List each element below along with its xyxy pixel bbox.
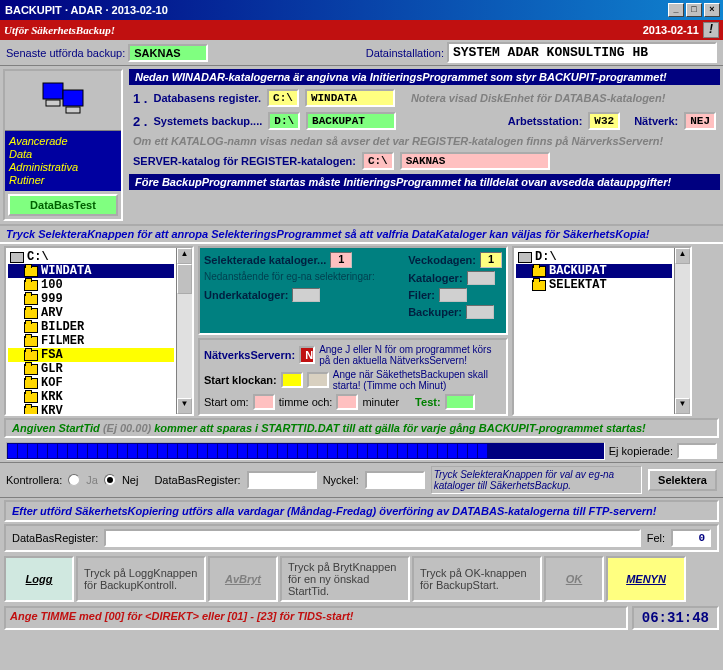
install-label: Datainstallation:: [366, 47, 444, 59]
header-bar: Utför SäkerhetsBackup! 2013-02-11 !: [0, 20, 723, 40]
backup-dir: BACKUPAT: [306, 112, 396, 130]
tree-item[interactable]: ARV: [8, 306, 174, 320]
tree-item[interactable]: 100: [8, 278, 174, 292]
title-text: BACKUPIT · ADAR · 2013-02-10: [3, 4, 668, 16]
tree-item[interactable]: KRV: [8, 404, 174, 414]
radio-ja[interactable]: [68, 474, 80, 486]
tree-item[interactable]: KOF: [8, 376, 174, 390]
selektera-button[interactable]: Selektera: [648, 469, 717, 491]
nav-item: Data: [9, 148, 117, 160]
minimize-button[interactable]: _: [668, 3, 684, 17]
tree-item[interactable]: WINDATA: [8, 264, 174, 278]
tree-item[interactable]: FILMER: [8, 334, 174, 348]
starttime-info: Angiven StartTid (Ej 00.00) kommer att s…: [4, 418, 719, 438]
nav-item: Avancerade: [9, 135, 117, 147]
countdown-min: [336, 394, 358, 410]
scroll-down[interactable]: ▼: [177, 398, 192, 414]
header-date: 2013-02-11: [643, 24, 699, 36]
info-bar-4: Tryck SelekteraKnappen för att anropa Se…: [0, 224, 723, 244]
scrollbar[interactable]: ▲ ▼: [674, 248, 690, 414]
start-hour-input[interactable]: [281, 372, 303, 388]
logg-button[interactable]: Logg: [4, 556, 74, 602]
under-count: [292, 288, 320, 302]
tree-item[interactable]: BACKUPAT: [516, 264, 672, 278]
tree-right[interactable]: D:\BACKUPATSELEKTAT ▲ ▼: [512, 246, 692, 416]
db-note: Notera visad DiskEnhet för DATABAS-katal…: [411, 92, 665, 104]
start-min-input[interactable]: [307, 372, 329, 388]
last-backup-label: Senaste utförda backup:: [6, 47, 125, 59]
dbr-display: [104, 529, 640, 547]
db-dir: WINDATA: [305, 89, 395, 107]
tree-item[interactable]: GLR: [8, 362, 174, 376]
tree-item[interactable]: KRK: [8, 390, 174, 404]
network-panel: NätverksServern: N Ange J eller N för om…: [198, 338, 508, 416]
net-server-val[interactable]: N: [299, 346, 315, 364]
workstation: W32: [588, 112, 620, 130]
ftp-info: Efter utförd SäkerhetsKopiering utförs a…: [4, 500, 719, 522]
nav-item: Rutiner: [9, 174, 117, 186]
databas-test-button[interactable]: DataBasTest: [8, 194, 118, 216]
tree-item[interactable]: 999: [8, 292, 174, 306]
not-copied-val: [677, 443, 717, 459]
close-button[interactable]: ×: [704, 3, 720, 17]
svg-rect-3: [66, 107, 80, 113]
info-bar-3: Före BackupProgrammet startas måste Init…: [129, 174, 720, 190]
maximize-button[interactable]: □: [686, 3, 702, 17]
scroll-up[interactable]: ▲: [177, 248, 192, 264]
info-bar-1: Nedan WINADAR-katalogerna är angivna via…: [129, 69, 720, 85]
header-title: Utför SäkerhetsBackup!: [4, 24, 643, 36]
svg-rect-1: [63, 90, 83, 106]
server-drive: C:\: [362, 152, 394, 170]
progress-bar: [6, 442, 605, 460]
tree-left[interactable]: C:\WINDATA100999ARVBILDERFILMERFSAGLRKOF…: [4, 246, 194, 416]
scroll-thumb[interactable]: [177, 264, 192, 294]
clock: 06:31:48: [632, 606, 719, 630]
scroll-up[interactable]: ▲: [675, 248, 690, 264]
key-input[interactable]: [365, 471, 425, 489]
countdown-hour: [253, 394, 275, 410]
backup-label: Systemets backup....: [153, 115, 262, 127]
error-count: 0: [671, 529, 711, 547]
radio-nej[interactable]: [104, 474, 116, 486]
install-value: SYSTEM ADAR KONSULTING HB: [447, 42, 717, 63]
test-val: [445, 394, 475, 410]
backup-drive: D:\: [268, 112, 300, 130]
tree-item[interactable]: SELEKTAT: [516, 278, 672, 292]
nav-item: Administrativa: [9, 161, 117, 173]
svg-rect-0: [43, 83, 63, 99]
db-register-label: Databasens register.: [153, 92, 261, 104]
dbr-input[interactable]: [247, 471, 317, 489]
ok-button[interactable]: OK: [544, 556, 604, 602]
computer-icon: [38, 78, 88, 123]
selection-panel: Selekterade kataloger...1 Nedanstående f…: [198, 246, 508, 335]
info-text-2: Om ett KATALOG-namn visas nedan så avser…: [133, 135, 663, 147]
server-val: SAKNAS: [400, 152, 550, 170]
tree-item[interactable]: BILDER: [8, 320, 174, 334]
nav-menu: Avancerade Data Administrativa Rutiner: [5, 131, 121, 191]
network-val: NEJ: [684, 112, 716, 130]
left-panel: Avancerade Data Administrativa Rutiner D…: [3, 69, 123, 221]
server-label: SERVER-katalog för REGISTER-katalogen:: [133, 155, 356, 167]
avbryt-button[interactable]: AvBryt: [208, 556, 278, 602]
svg-rect-2: [46, 100, 60, 106]
last-backup-value: SAKNAS: [128, 44, 208, 62]
scrollbar[interactable]: ▲ ▼: [176, 248, 192, 414]
menyn-button[interactable]: MENYN: [606, 556, 686, 602]
tree-item[interactable]: FSA: [8, 348, 174, 362]
sel-count: 1: [330, 252, 352, 268]
titlebar: BACKUPIT · ADAR · 2013-02-10 _ □ ×: [0, 0, 723, 20]
header-alert-button[interactable]: !: [703, 22, 719, 38]
weekday: 1: [480, 252, 502, 268]
db-drive: C:\: [267, 89, 299, 107]
status-message: Ange TIMME med [00] för <DIREKT> eller […: [4, 606, 628, 630]
scroll-down[interactable]: ▼: [675, 398, 690, 414]
logo-area: [5, 71, 121, 131]
